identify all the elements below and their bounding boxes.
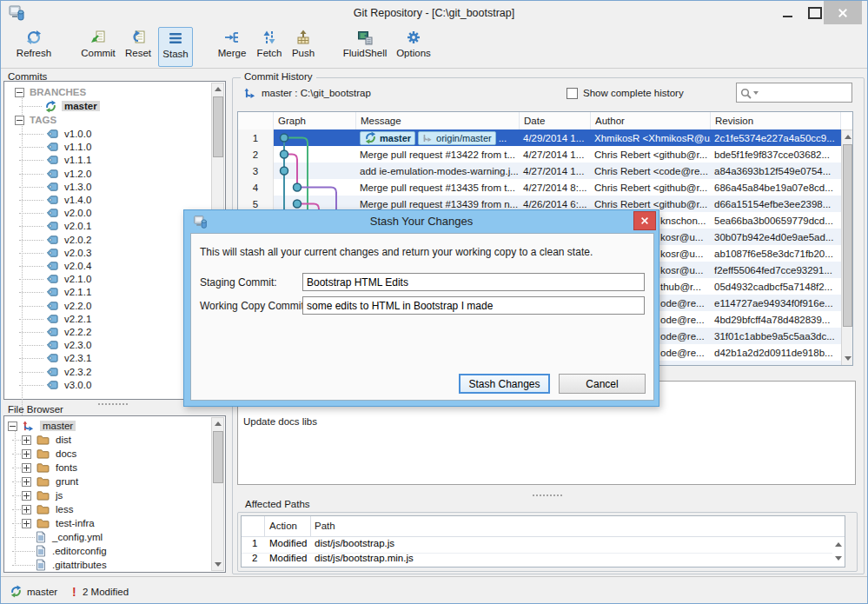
tree-item-fb-master[interactable]: master — [8, 419, 76, 433]
scroll-down-icon[interactable] — [845, 356, 851, 361]
scroll-up-icon[interactable] — [215, 421, 222, 426]
revision-cell: 5ea66ba3b00659779dcd... — [711, 212, 841, 229]
column-header-path[interactable]: Path — [315, 521, 335, 531]
expand-icon[interactable] — [22, 477, 31, 487]
scroll-thumb[interactable] — [213, 431, 223, 483]
search-input[interactable] — [761, 84, 851, 103]
tree-item-tag[interactable]: v2.0.0 — [46, 206, 91, 220]
working-copy-commit-input[interactable] — [302, 296, 645, 315]
expand-icon[interactable] — [22, 519, 31, 528]
options-button[interactable]: Options — [394, 27, 434, 65]
scroll-up-icon[interactable] — [835, 542, 842, 547]
tree-item-tag[interactable]: v2.0.1 — [46, 219, 91, 233]
tree-item-tag[interactable]: v2.3.0 — [46, 338, 91, 352]
tree-item-folder[interactable]: docs — [22, 447, 76, 461]
commit-button[interactable]: Commit — [79, 27, 117, 65]
details-splitter[interactable] — [533, 494, 562, 496]
staging-commit-input[interactable] — [302, 273, 645, 291]
tree-item-tag[interactable]: v2.3.1 — [46, 351, 91, 365]
tree-item-tag[interactable]: v2.2.0 — [46, 299, 91, 313]
expand-icon[interactable] — [22, 449, 31, 459]
scroll-down-icon[interactable] — [835, 556, 842, 561]
affected-path-row[interactable]: 1Modifieddist/js/bootstrap.js — [242, 538, 832, 554]
commit-message-text: Update docs libs — [243, 416, 317, 427]
dialog-title[interactable]: Stash Your Changes — [184, 210, 659, 233]
stash-button[interactable]: Stash — [158, 27, 193, 67]
search-box[interactable] — [736, 83, 852, 103]
commit-row[interactable]: 4Merge pull request #13435 from t...4/27… — [238, 179, 841, 196]
tree-item-tag[interactable]: v2.2.1 — [46, 312, 91, 326]
scroll-up-icon[interactable] — [845, 135, 851, 139]
tree-item-folder[interactable]: fonts — [22, 461, 77, 475]
ref-badge[interactable]: master — [360, 131, 415, 145]
tree-item-folder[interactable]: js — [22, 488, 63, 502]
tree-item-tag[interactable]: v3.0.0 — [46, 378, 91, 392]
minimize-button[interactable] — [774, 1, 800, 24]
tree-item-tag[interactable]: v1.1.0 — [46, 140, 91, 154]
tree-item-branches[interactable]: BRANCHES — [15, 85, 86, 99]
expand-icon[interactable] — [22, 435, 31, 445]
tree-item-tag[interactable]: v2.2.2 — [46, 325, 91, 339]
tree-item-tag[interactable]: v1.4.0 — [46, 193, 91, 207]
title-bar[interactable]: Git Repository - [C:\git_bootstrap] — [1, 1, 867, 25]
column-header-message[interactable]: Message — [356, 112, 520, 129]
tree-item-tag[interactable]: v1.2.0 — [46, 167, 91, 181]
tree-item-tag[interactable]: v2.0.4 — [46, 259, 91, 273]
tree-item-tag[interactable]: v1.1.1 — [46, 153, 91, 167]
ref-badge[interactable]: origin/master — [418, 131, 496, 145]
fluidshell-button[interactable]: FluidShell — [338, 27, 392, 65]
push-button[interactable]: Push — [288, 27, 319, 65]
tree-item-tag[interactable]: v2.1.0 — [46, 272, 91, 286]
tree-item-file[interactable]: _config.yml — [36, 530, 103, 544]
scroll-up-icon[interactable] — [215, 87, 222, 91]
tree-item-tag[interactable]: v1.3.0 — [46, 180, 91, 194]
file-browser-scrollbar[interactable] — [211, 417, 224, 571]
show-complete-history-checkbox[interactable] — [567, 88, 578, 99]
reset-button[interactable]: Reset — [121, 27, 156, 65]
tree-item-folder[interactable]: less — [22, 502, 73, 516]
column-header[interactable] — [238, 112, 274, 129]
tag-icon — [46, 314, 58, 324]
expand-icon[interactable] — [22, 463, 31, 473]
commit-row[interactable]: 1masterorigin/master...4/29/2014 1...Xhm… — [238, 129, 841, 146]
tree-item-folder[interactable]: grunt — [22, 475, 78, 488]
fetch-button[interactable]: Fetch — [253, 27, 286, 65]
refresh-button[interactable]: Refresh — [11, 27, 56, 65]
tree-item-tag[interactable]: v2.0.3 — [46, 246, 91, 260]
merge-button[interactable]: Merge — [214, 27, 250, 65]
column-header-action[interactable]: Action — [269, 521, 297, 531]
tree-item-tag[interactable]: v2.3.2 — [46, 365, 91, 379]
tree-item-folder[interactable]: dist — [22, 433, 71, 447]
column-header-revision[interactable]: Revision — [711, 112, 841, 129]
dialog-close-button[interactable] — [633, 211, 656, 230]
scroll-down-icon[interactable] — [215, 562, 222, 567]
expand-icon[interactable] — [22, 491, 31, 501]
column-header-date[interactable]: Date — [520, 112, 591, 129]
commit-row[interactable]: 3add ie-emulation-modes-warning.j...4/27… — [238, 163, 841, 179]
tree-item-tag[interactable]: v2.1.1 — [46, 285, 91, 299]
scroll-thumb[interactable] — [213, 96, 223, 157]
collapse-icon[interactable] — [15, 88, 24, 97]
table-scrollbar[interactable] — [841, 129, 853, 366]
column-header-author[interactable]: Author — [591, 112, 711, 129]
column-header-graph[interactable]: Graph — [274, 112, 356, 129]
cancel-button[interactable]: Cancel — [559, 374, 646, 394]
tree-item-tags[interactable]: TAGS — [15, 113, 56, 127]
scroll-thumb[interactable] — [843, 144, 852, 327]
collapse-icon[interactable] — [15, 116, 24, 125]
stash-changes-button[interactable]: Stash Changes — [459, 374, 550, 394]
tree-item-file[interactable]: .editorconfig — [36, 544, 107, 558]
tag-icon — [46, 301, 58, 311]
commit-row[interactable]: 2Merge pull request #13422 from t...4/27… — [238, 146, 841, 163]
tree-item-file[interactable]: .gitattributes — [36, 558, 107, 572]
tree-item-tag[interactable]: v2.0.2 — [46, 233, 91, 247]
collapse-icon[interactable] — [8, 421, 17, 431]
close-button[interactable] — [824, 1, 862, 24]
expand-icon[interactable] — [22, 505, 31, 514]
tree-item-tag[interactable]: v1.0.0 — [46, 127, 91, 141]
tree-item-branch-master[interactable]: master — [44, 99, 100, 113]
panel-splitter[interactable] — [98, 403, 128, 405]
search-dropdown-icon[interactable] — [753, 91, 759, 95]
affected-path-row[interactable]: 2Modifieddist/js/bootstrap.min.js — [242, 553, 832, 568]
tree-item-folder[interactable]: test-infra — [22, 516, 95, 530]
